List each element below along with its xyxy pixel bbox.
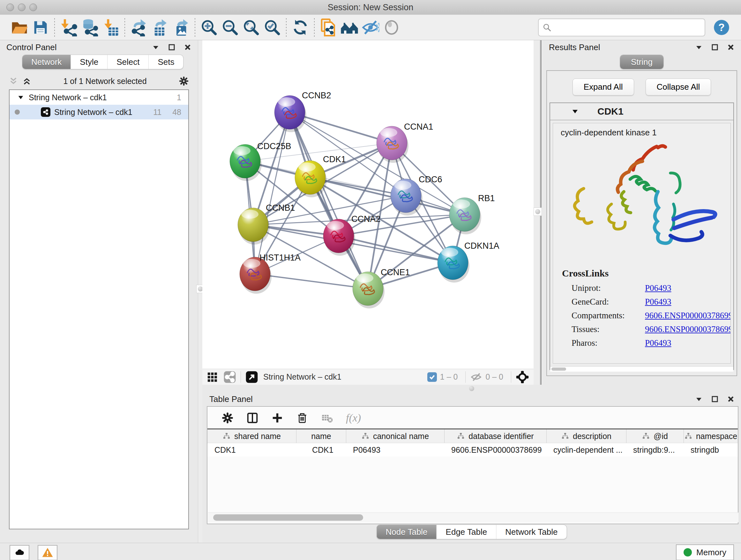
zoom-in-button[interactable]: [199, 17, 219, 38]
tab-edge-table[interactable]: Edge Table: [436, 525, 496, 539]
right-splitter[interactable]: [534, 40, 542, 385]
export-table-button[interactable]: [149, 17, 171, 38]
column-header-database-identifier[interactable]: database identifier: [444, 429, 546, 443]
toolbar-separator: [125, 18, 125, 37]
zoom-out-button[interactable]: [219, 17, 241, 38]
table-hscrollbar[interactable]: [208, 512, 738, 522]
network-node-rb1[interactable]: RB1: [449, 193, 495, 234]
tab-sets[interactable]: Sets: [148, 55, 183, 69]
network-options-gear-icon[interactable]: [179, 76, 189, 86]
tissues-link[interactable]: 9606.ENSP00000378699: [645, 324, 731, 334]
column-header-namespace[interactable]: namespace: [684, 429, 738, 443]
collapse-all-button[interactable]: Collapse All: [646, 78, 711, 96]
add-column-icon[interactable]: [271, 412, 283, 424]
panel-close-icon[interactable]: [727, 395, 735, 403]
tab-node-table[interactable]: Node Table: [377, 525, 436, 539]
uniprot-link[interactable]: P06493: [645, 283, 671, 293]
first-neighbors-button[interactable]: [339, 17, 360, 38]
network-row-selected[interactable]: String Network – cdk1 11 48: [10, 105, 188, 119]
network-node-cdc25b[interactable]: CDC25B: [230, 141, 291, 181]
warnings-button[interactable]: [38, 545, 57, 560]
export-image-button[interactable]: [171, 17, 192, 38]
panel-float-icon[interactable]: [711, 44, 719, 51]
network-node-ccne1[interactable]: CCNE1: [353, 267, 410, 308]
refresh-button[interactable]: [290, 17, 311, 38]
panel-menu-icon[interactable]: [152, 44, 159, 51]
bottom-splitter[interactable]: [202, 385, 741, 392]
network-collection-row[interactable]: String Network – cdk1 1: [10, 90, 188, 105]
column-header-name[interactable]: name: [296, 429, 346, 443]
tab-string[interactable]: String: [620, 55, 664, 69]
genecard-link[interactable]: P06493: [645, 297, 671, 307]
expand-all-button[interactable]: Expand All: [572, 78, 634, 96]
delete-column-icon[interactable]: [296, 412, 308, 424]
minimize-window-button[interactable]: [18, 3, 25, 11]
network-node-ccnb1[interactable]: CCNB1: [238, 203, 295, 245]
network-node-cdc6[interactable]: CDC6: [391, 175, 442, 215]
panel-menu-icon[interactable]: [695, 395, 703, 403]
cdk1-section-header[interactable]: CDK1: [550, 103, 733, 120]
pharos-link[interactable]: P06493: [645, 338, 671, 348]
panel-close-icon[interactable]: [727, 44, 735, 51]
zoom-window-button[interactable]: [29, 3, 37, 11]
column-header-description[interactable]: description: [546, 429, 626, 443]
panel-close-icon[interactable]: [184, 44, 192, 51]
export-network-button[interactable]: [128, 17, 149, 38]
network-edge[interactable]: [290, 112, 368, 289]
import-table-from-file-button[interactable]: [100, 17, 121, 38]
panel-float-icon[interactable]: [711, 395, 719, 403]
zoom-selected-button[interactable]: [262, 17, 283, 38]
panel-float-icon[interactable]: [168, 44, 176, 51]
expand-all-icon[interactable]: [22, 77, 31, 85]
column-header-canonical-name[interactable]: canonical name: [346, 429, 444, 443]
tab-select[interactable]: Select: [107, 55, 148, 69]
zoom-fit-button[interactable]: [241, 17, 262, 38]
table-hscrollbar-thumb[interactable]: [213, 514, 363, 521]
panel-menu-icon[interactable]: [695, 44, 703, 51]
network-node-cdkn1a[interactable]: CDKN1A: [437, 241, 499, 283]
import-network-from-database-button[interactable]: [79, 17, 100, 38]
copy-network-button[interactable]: [318, 17, 339, 38]
tab-network-table[interactable]: Network Table: [496, 525, 566, 539]
selected-checkbox[interactable]: [427, 372, 437, 382]
birds-eye-view-icon[interactable]: [246, 371, 258, 383]
import-network-from-file-button[interactable]: [58, 17, 79, 38]
network-graph[interactable]: CCNB2CCNA1CDC25BCDK1CDC6RB1CCNB1CCNA2CDK…: [202, 40, 534, 369]
expander-icon[interactable]: [17, 94, 24, 101]
column-header-shared-name[interactable]: shared name: [207, 429, 296, 443]
table-options-gear-icon[interactable]: [221, 412, 233, 424]
network-edge[interactable]: [255, 274, 368, 289]
show-columns-icon[interactable]: [246, 412, 259, 424]
save-session-button[interactable]: [30, 17, 51, 38]
memory-button[interactable]: Memory: [676, 544, 734, 560]
help-button[interactable]: ?: [711, 17, 732, 38]
right-splitter-handle[interactable]: [534, 207, 542, 216]
network-edge[interactable]: [339, 236, 453, 263]
string-view-icon[interactable]: [223, 371, 236, 383]
search-input[interactable]: [555, 22, 701, 32]
network-node-hist1h1a[interactable]: HIST1H1A: [240, 253, 300, 294]
fit-selected-crosshair-icon[interactable]: [516, 370, 529, 384]
column-header-at-id[interactable]: @id: [626, 429, 684, 443]
hide-selected-button[interactable]: [360, 17, 381, 38]
close-window-button[interactable]: [6, 3, 14, 11]
network-node-ccnb2[interactable]: CCNB2: [274, 91, 331, 132]
collapse-all-icon[interactable]: [9, 77, 18, 85]
network-view-title: String Network – cdk1: [263, 372, 341, 381]
table-row[interactable]: CDK1 CDK1 P06493 9606.ENSP00000378699 cy…: [207, 443, 738, 456]
network-node-ccna1[interactable]: CCNA1: [377, 122, 433, 163]
compartments-link[interactable]: 9606.ENSP00000378699: [645, 311, 731, 320]
protein-description: cyclin-dependent kinase 1: [553, 123, 731, 141]
network-canvas[interactable]: CCNB2CCNA1CDC25BCDK1CDC6RB1CCNB1CCNA2CDK…: [202, 40, 534, 369]
section-expander-icon[interactable]: [571, 108, 579, 115]
export-table-icon: [151, 18, 169, 37]
network-node-cdk1[interactable]: CDK1: [295, 154, 346, 197]
open-session-button[interactable]: [9, 17, 30, 38]
tab-network[interactable]: Network: [22, 55, 71, 69]
show-hidden-button[interactable]: [381, 17, 402, 38]
results-hscrollbar[interactable]: [550, 366, 733, 372]
tab-style[interactable]: Style: [71, 55, 107, 69]
cloud-status-button[interactable]: [10, 545, 29, 560]
hidden-eye-slash-icon[interactable]: [470, 371, 482, 383]
grid-view-icon[interactable]: [207, 372, 218, 382]
